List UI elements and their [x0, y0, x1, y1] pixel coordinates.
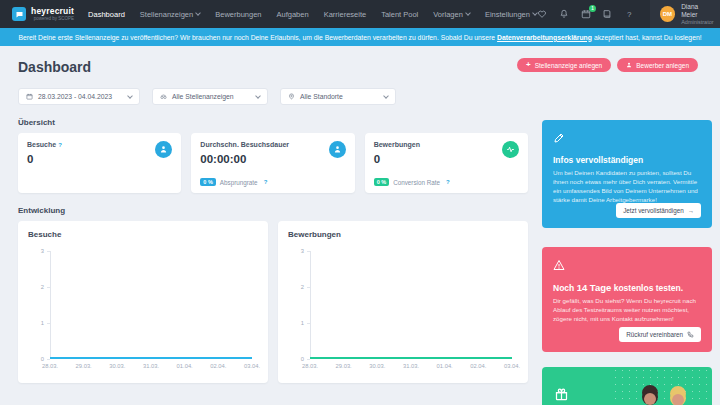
- conversion-rate-badge: 0 %: [374, 178, 389, 186]
- user-menu[interactable]: DM Diana Meier Administrator: [650, 0, 720, 28]
- help-icon[interactable]: ?: [624, 9, 635, 20]
- avg-duration-card: Durchschn. Besuchsdauer 00:00:00 0 % Abs…: [191, 133, 354, 193]
- people-illustration: [630, 383, 696, 405]
- callback-button[interactable]: Rückruf vereinbaren: [619, 327, 701, 342]
- top-navbar: heyrecruit powered by SCOPE Dashboard St…: [0, 0, 720, 28]
- favorites-heart-icon[interactable]: [537, 9, 548, 20]
- visits-value: 0: [27, 153, 172, 165]
- applications-line-chart: 012328.03.29.03.30.03.31.03.01.04.02.04.…: [288, 243, 518, 373]
- calendar-icon[interactable]: 1: [580, 9, 591, 20]
- arrow-right-icon: →: [688, 207, 694, 214]
- help-icon[interactable]: ?: [264, 179, 268, 185]
- brand-icon: [12, 7, 26, 21]
- plus-icon: +: [526, 61, 531, 69]
- warning-triangle-icon: [553, 257, 565, 274]
- user-name: Diana Meier: [681, 3, 715, 20]
- visits-chart-card: Besuche 012328.03.29.03.30.03.31.03.01.0…: [18, 221, 268, 383]
- banner-text-before: Bereit Deine erste Stellenanzeige zu ver…: [18, 34, 495, 41]
- brand-subtitle: powered by SCOPE: [31, 17, 74, 22]
- trial-card-title: Noch 14 Tage kostenlos testen.: [553, 282, 701, 293]
- card-title: Durchschn. Besuchsdauer: [200, 141, 345, 148]
- avatar: DM: [660, 6, 676, 22]
- privacy-declaration-link[interactable]: Datenverarbeitungserklärung: [497, 34, 592, 41]
- visits-card: Besuche? 0: [18, 133, 181, 193]
- nav-item-vorlagen[interactable]: Vorlagen: [433, 10, 470, 19]
- banner-text-after: akzeptiert hast, kannst Du loslegen!: [594, 34, 702, 41]
- bounce-rate-label: Absprungrate: [220, 179, 258, 186]
- nav-item-stellenanzeigen[interactable]: Stellenanzeigen: [140, 10, 200, 19]
- visits-line-chart: 012328.03.29.03.30.03.31.03.01.04.02.04.…: [28, 243, 258, 373]
- complete-now-button[interactable]: Jetzt vervollständigen →: [616, 203, 701, 218]
- info-card-title: Infos vervollständigen: [553, 155, 701, 165]
- pulse-icon: [502, 141, 519, 158]
- date-range-filter[interactable]: 28.03.2023 - 04.04.2023: [18, 88, 140, 105]
- chevron-down-icon: [195, 10, 201, 16]
- nav-item-bewerbungen[interactable]: Bewerbungen: [215, 10, 261, 19]
- consent-banner: Bereit Deine erste Stellenanzeige zu ver…: [0, 28, 720, 46]
- avg-duration-value: 00:00:00: [200, 153, 345, 165]
- chevron-down-icon: [127, 93, 133, 99]
- trial-card-body: Dir gefällt, was Du siehst? Wenn Du heyr…: [553, 297, 701, 324]
- chart-title: Bewerbungen: [288, 230, 518, 239]
- nav-item-aufgaben[interactable]: Aufgaben: [277, 10, 309, 19]
- map-pin-icon: [288, 93, 295, 100]
- applications-card: Bewerbungen 0 0 % Conversion Rate ?: [365, 133, 528, 193]
- nav-item-talent-pool[interactable]: Talent Pool: [381, 10, 418, 19]
- chevron-down-icon: [255, 93, 261, 99]
- handbook-icon[interactable]: [602, 9, 613, 20]
- notification-count-badge: 1: [589, 5, 596, 12]
- create-applicant-button[interactable]: Bewerber anlegen: [617, 58, 698, 72]
- nav-item-einstellungen[interactable]: Einstellungen: [485, 10, 537, 19]
- job-filter[interactable]: Alle Stellenanzeigen: [152, 88, 268, 105]
- phone-icon: [687, 331, 694, 338]
- overview-section-title: Übersicht: [18, 118, 528, 127]
- page-title: Dashboard: [18, 59, 91, 75]
- card-title: Besuche?: [27, 141, 172, 148]
- location-filter[interactable]: Alle Standorte: [280, 88, 396, 105]
- card-title: Bewerbungen: [374, 141, 519, 148]
- visitor-icon: [329, 141, 346, 158]
- conversion-rate-label: Conversion Rate: [393, 179, 440, 186]
- applications-value: 0: [374, 153, 519, 165]
- promo-sidebar: Infos vervollständigen Um bei Deinen Kan…: [542, 46, 712, 405]
- help-icon[interactable]: ?: [58, 142, 62, 148]
- chevron-down-icon: [383, 93, 389, 99]
- chevron-down-icon: [465, 10, 471, 16]
- binoculars-icon: [160, 93, 167, 100]
- applications-chart-card: Bewerbungen 012328.03.29.03.30.03.31.03.…: [278, 221, 528, 383]
- bounce-rate-badge: 0 %: [200, 178, 215, 186]
- brand-name: heyrecruit: [31, 7, 74, 16]
- trial-card: Noch 14 Tage kostenlos testen. Dir gefäl…: [542, 247, 712, 352]
- pencil-icon: [553, 130, 565, 147]
- nav-item-dashboard[interactable]: Dashboard: [88, 10, 125, 19]
- create-job-button[interactable]: + Stellenanzeige anlegen: [517, 58, 611, 72]
- calendar-icon: [26, 93, 33, 100]
- nav-item-karriereseite[interactable]: Karriereseite: [324, 10, 367, 19]
- main-nav: Dashboard Stellenanzeigen Bewerbungen Au…: [88, 10, 537, 19]
- gift-promo-card[interactable]: [542, 367, 712, 405]
- help-icon[interactable]: ?: [446, 179, 450, 185]
- development-section-title: Entwicklung: [18, 206, 528, 215]
- app-logo[interactable]: heyrecruit powered by SCOPE: [12, 7, 74, 22]
- complete-info-card: Infos vervollständigen Um bei Deinen Kan…: [542, 120, 712, 228]
- user-role: Administrator: [681, 19, 715, 25]
- gift-icon: [554, 387, 569, 405]
- person-icon: [626, 62, 632, 68]
- chart-title: Besuche: [28, 230, 258, 239]
- info-card-body: Um bei Deinen Kandidaten zu punkten, sol…: [553, 169, 701, 205]
- notifications-bell-icon[interactable]: [559, 9, 570, 20]
